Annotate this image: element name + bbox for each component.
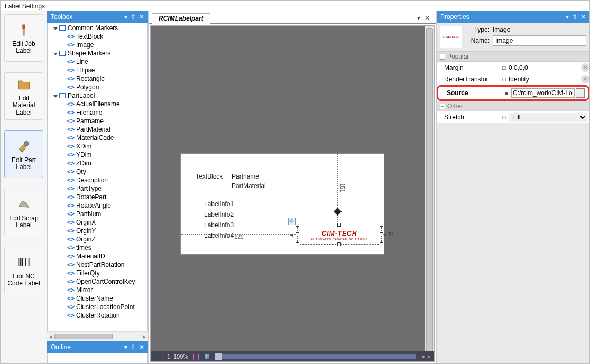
edit-job-label[interactable]: Edit Job Label — [4, 14, 43, 62]
tree-item[interactable]: <>ClusterName — [48, 294, 148, 303]
tree-item[interactable]: <>ClusterLocationPoint — [48, 303, 148, 311]
margin-value[interactable]: 0,0,0,0 — [509, 64, 577, 71]
tree-item[interactable]: <>FillerQty — [48, 269, 148, 277]
dropdown-icon[interactable]: ▾ — [566, 13, 569, 21]
tree-item[interactable]: <>RotateAngle — [48, 201, 148, 210]
field-labelinfo1[interactable]: LabelInfo1 — [204, 200, 234, 208]
close-icon[interactable]: ✕ — [139, 13, 144, 21]
edit-scrap-label[interactable]: Edit Scrap Label — [4, 189, 43, 236]
tree-item[interactable]: <>Line — [48, 58, 148, 66]
node-tag-icon: <> — [67, 194, 75, 200]
tree-item[interactable]: <>Partname — [48, 117, 148, 125]
field-labelinfo4[interactable]: LabelInfo4 — [204, 232, 234, 239]
clear-margin-button[interactable]: ✕ — [581, 63, 589, 72]
node-tag-icon: <> — [67, 143, 75, 150]
dropdown-icon[interactable]: ▾ — [124, 343, 127, 351]
toolbox-hscroll[interactable]: ◂ ▸ — [47, 331, 148, 341]
tree-item[interactable]: <>MaterialCode — [48, 134, 148, 142]
source-input[interactable] — [511, 88, 575, 98]
close-icon[interactable]: ✕ — [139, 343, 144, 351]
tree-item[interactable]: <>Rectangle — [48, 74, 148, 83]
node-tag-icon: <> — [67, 270, 75, 276]
tree-item[interactable]: <>ClusterRotation — [48, 311, 148, 320]
tab-close-icon[interactable]: ✕ — [425, 14, 430, 22]
tree-item[interactable]: <>PartMaterial — [48, 125, 148, 134]
tree-item[interactable]: <>Filename — [48, 108, 148, 117]
designer-surface[interactable]: TextBlock Partname PartMaterial LabelInf… — [150, 25, 435, 362]
edit-nc-code-label[interactable]: Edit NC Code Label — [4, 247, 43, 294]
tree-item[interactable]: <>YDim — [48, 151, 148, 159]
svg-rect-9 — [29, 258, 30, 266]
node-tag-icon: <> — [67, 245, 75, 251]
pin-icon[interactable]: ⇧ — [131, 343, 136, 351]
toolbox-header[interactable]: Toolbox ▾ ⇧ ✕ — [47, 11, 148, 23]
dropdown-icon[interactable]: ▾ — [124, 13, 127, 21]
field-labelinfo3[interactable]: LabelInfo3 — [204, 221, 234, 229]
label-canvas[interactable]: TextBlock Partname PartMaterial LabelInf… — [180, 153, 384, 255]
clear-rendertransform-button[interactable]: ✕ — [581, 75, 589, 83]
ruler-icon[interactable]: ❘❘ — [191, 353, 201, 360]
designer-status-bar: − + 1 100% ❘❘ ▦ ◂ ▸ — [151, 351, 434, 361]
field-partname[interactable]: Partname — [232, 173, 259, 180]
dim-h-ext: 220 — [235, 234, 244, 240]
section-popular[interactable]: − Popular — [437, 51, 589, 62]
rendertransform-value[interactable]: Identity — [509, 76, 577, 83]
tree-item[interactable]: Shape Markers — [48, 49, 148, 58]
field-textblock[interactable]: TextBlock — [196, 173, 223, 180]
tree-item[interactable]: <>PartNum — [48, 210, 148, 218]
section-other[interactable]: − Other — [437, 101, 589, 111]
field-labelinfo2[interactable]: LabelInfo2 — [204, 211, 234, 218]
outline-header[interactable]: Outline ▾ ⇧ ✕ — [47, 341, 148, 353]
logo-text: CIM-TECH — [322, 230, 357, 237]
tree-item[interactable]: <>Description — [48, 176, 148, 184]
tree-item[interactable]: <>Mirror — [48, 286, 148, 294]
toolbox-tree[interactable]: Common Markers<>TextBlock<>ImageShape Ma… — [48, 23, 148, 331]
pin-icon[interactable]: ⇧ — [572, 13, 577, 21]
tree-item[interactable]: <>OrginZ — [48, 235, 148, 244]
tree-item[interactable]: <>Qty — [48, 167, 148, 176]
designer-vscroll[interactable] — [425, 26, 434, 351]
name-input[interactable] — [493, 35, 586, 46]
stretch-select[interactable]: Fill — [509, 113, 587, 122]
tree-item[interactable]: <>OrginX — [48, 218, 148, 227]
tree-item[interactable]: <>XDim — [48, 142, 148, 151]
selected-image[interactable]: CIM-TECH AUTOMATED CAD/CAM SOLUTIONS — [297, 225, 382, 245]
edit-part-label[interactable]: Edit Part Label — [4, 130, 43, 178]
zoom-in-button[interactable]: + — [160, 353, 163, 360]
tab-menu-icon[interactable]: ▾ — [417, 14, 420, 22]
zoom-reset-button[interactable]: 1 — [167, 353, 170, 360]
tree-item[interactable]: <>Image — [48, 41, 148, 49]
dimension-knob[interactable] — [334, 208, 342, 216]
field-partmaterial[interactable]: PartMaterial — [232, 182, 266, 190]
close-icon[interactable]: ✕ — [580, 13, 586, 21]
tree-item[interactable]: <>NestPartRotation — [48, 260, 148, 269]
tree-item[interactable]: <>Polygon — [48, 83, 148, 91]
tree-item[interactable]: <>MaterialID — [48, 252, 148, 260]
move-handle-icon[interactable]: ✥ — [288, 218, 296, 225]
edit-material-label[interactable]: Edit Material Label — [4, 72, 43, 120]
tree-item[interactable]: <>Ellipse — [48, 66, 148, 74]
tree-item[interactable]: <>ZDim — [48, 159, 148, 167]
tree-item[interactable]: Common Markers — [48, 24, 148, 32]
prop-row-margin[interactable]: Margin ◻ 0,0,0,0 ✕ — [437, 62, 589, 73]
source-browse-button[interactable]: … — [576, 88, 585, 98]
tree-item[interactable]: <>ActualFilename — [48, 100, 148, 108]
tree-item[interactable]: <>times — [48, 244, 148, 252]
prop-row-rendertransform[interactable]: RenderTransfor ◻ Identity ✕ — [437, 73, 589, 85]
dim-v-val: 151 — [339, 183, 345, 192]
prop-row-source[interactable]: Source ■ … — [439, 87, 587, 99]
tree-item[interactable]: <>RotatePart — [48, 193, 148, 201]
tree-item[interactable]: <>PartType — [48, 184, 148, 193]
pin-icon[interactable]: ⇧ — [131, 13, 136, 21]
tree-item[interactable]: <>OrginY — [48, 227, 148, 235]
properties-header[interactable]: Properties ▾ ⇧ ✕ — [437, 11, 589, 23]
node-tag-icon: <> — [67, 42, 75, 48]
tree-item[interactable]: <>OpenCartControlKey — [48, 277, 148, 286]
zoom-out-button[interactable]: − — [154, 353, 157, 360]
node-tag-icon: <> — [67, 160, 75, 166]
grid-icon[interactable]: ▦ — [204, 353, 209, 360]
prop-row-stretch[interactable]: Stretch ◻ Fill — [437, 111, 589, 123]
tree-item[interactable]: PartLabel — [48, 91, 148, 100]
tree-item[interactable]: <>TextBlock — [48, 32, 148, 41]
document-tab[interactable]: RCIMLabelpart — [152, 13, 210, 24]
